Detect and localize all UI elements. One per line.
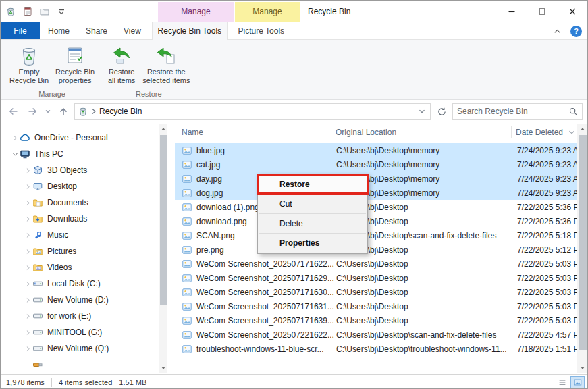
maximize-button[interactable] xyxy=(527,1,557,22)
file-row-wecom-screenshot-202507171629[interactable]: WeCom Screenshot_202507171629...C:\Users… xyxy=(175,271,577,285)
list-scrollbar[interactable] xyxy=(577,124,587,373)
chevron-right-icon[interactable] xyxy=(23,214,32,224)
titlebar: Manage Manage Recycle Bin xyxy=(1,1,587,22)
image-file-icon xyxy=(182,216,192,227)
empty-recycle-bin-button[interactable]: EmptyRecycle Bin xyxy=(6,42,52,86)
chevron-right-icon[interactable] xyxy=(23,247,32,256)
chevron-right-icon[interactable] xyxy=(23,279,32,288)
chevron-right-icon[interactable] xyxy=(23,230,32,240)
nav-scrollbar-thumb[interactable] xyxy=(160,135,167,305)
sidebar-item-videos[interactable]: Videos xyxy=(1,259,169,276)
image-file-icon xyxy=(182,301,192,312)
file-row-wecom-screenshot-202507171639[interactable]: WeCom Screenshot_202507171639...C:\Users… xyxy=(175,313,577,328)
context-menu-item-properties[interactable]: Properties xyxy=(258,234,367,252)
sidebar-item-pictures[interactable]: Pictures xyxy=(1,243,169,259)
chevron-right-icon[interactable] xyxy=(10,133,20,142)
nav-scroll-down-arrow[interactable] xyxy=(159,363,167,373)
context-menu-item-delete[interactable]: Delete xyxy=(258,215,367,232)
recent-locations-button[interactable] xyxy=(43,103,53,120)
chevron-right-icon[interactable] xyxy=(23,328,32,337)
sidebar-item-3d-objects[interactable]: 3D Objects xyxy=(1,162,169,178)
thumbnails-view-button[interactable] xyxy=(570,376,585,389)
properties-quick-button-icon[interactable] xyxy=(22,6,33,17)
refresh-button[interactable] xyxy=(433,103,450,120)
tab-view[interactable]: View xyxy=(115,22,149,39)
file-row-download-1-png[interactable]: download (1).pngC:\Users\bj\Desktop7/22/… xyxy=(175,200,577,214)
sidebar-item-local-disk-c[interactable]: Local Disk (C:) xyxy=(1,276,169,292)
file-row-wecom-screenshot-202507171631[interactable]: WeCom Screenshot_202507171631...C:\Users… xyxy=(175,299,577,313)
search-box[interactable]: Search Recycle Bin xyxy=(452,103,583,120)
sidebar-item-label: Desktop xyxy=(47,182,77,191)
chevron-right-icon[interactable] xyxy=(23,295,32,305)
sidebar-item-for-work-e[interactable]: for work (E:) xyxy=(1,308,169,324)
sidebar-item-new-volume-q[interactable]: New Volume (Q:) xyxy=(1,340,169,357)
chevron-right-icon[interactable] xyxy=(23,263,32,272)
back-button[interactable] xyxy=(5,103,22,120)
context-menu-item-restore[interactable]: Restore xyxy=(258,176,367,193)
column-header-original-location[interactable]: Original Location xyxy=(336,126,512,138)
restore-all-items-button[interactable]: Restoreall items xyxy=(104,42,139,86)
items-count: 1,978 items xyxy=(6,378,45,386)
tab-home[interactable]: Home xyxy=(40,22,78,39)
list-scroll-down-arrow[interactable] xyxy=(577,363,587,373)
file-row-download-png[interactable]: download.pngC:\Users\bj\Desktop7/22/2025… xyxy=(175,214,577,228)
new-folder-quick-button-icon[interactable] xyxy=(39,6,50,17)
file-row-blue-jpg[interactable]: blue.jpgC:\Users\bj\Desktop\memory7/24/2… xyxy=(175,143,577,157)
file-row-wecom-screenshot-202507171630[interactable]: WeCom Screenshot_202507171630...C:\Users… xyxy=(175,285,577,299)
close-button[interactable] xyxy=(557,1,587,22)
image-file-icon xyxy=(182,315,192,326)
sidebar-item-music[interactable]: Music xyxy=(1,227,169,243)
context-menu-item-cut[interactable]: Cut xyxy=(258,195,367,213)
chevron-down-icon[interactable] xyxy=(10,149,20,159)
address-dropdown-icon[interactable] xyxy=(418,107,426,115)
forward-button[interactable] xyxy=(24,103,41,120)
sidebar-item-documents[interactable]: Documents xyxy=(1,194,169,211)
sidebar-item-downloads[interactable]: Downloads xyxy=(1,211,169,227)
details-view-button[interactable] xyxy=(555,376,569,389)
file-row-troubleshoot-windows-11-blue-scr[interactable]: troubleshoot-windows-11-blue-scr...C:\Us… xyxy=(175,342,577,356)
sidebar-item-minitool-g[interactable]: MINITOOL (G:) xyxy=(1,324,169,340)
image-file-icon xyxy=(182,202,192,213)
column-header-name[interactable]: Name xyxy=(182,126,331,138)
restore-the-selected-items-button[interactable]: Restore theselected items xyxy=(139,42,193,86)
up-button[interactable] xyxy=(55,103,72,120)
sidebar-item-onedrive-personal[interactable]: OneDrive - Personal xyxy=(1,130,169,146)
breadcrumb-chevron-icon[interactable] xyxy=(90,107,97,115)
file-original-location: C:\Users\bj\Desktop xyxy=(336,302,517,311)
chevron-right-icon[interactable] xyxy=(23,344,32,353)
file-row-scan-png[interactable]: SCAN.pngC:\Users\bj\Desktop\scan-and-fix… xyxy=(175,228,577,242)
minimize-button[interactable] xyxy=(496,1,527,22)
chevron-right-icon[interactable] xyxy=(23,198,32,207)
nav-scroll-up-arrow[interactable] xyxy=(159,124,167,134)
file-name-cell: troubleshoot-windows-11-blue-scr... xyxy=(182,344,336,355)
search-icon[interactable] xyxy=(568,107,578,116)
tab-share[interactable]: Share xyxy=(78,22,115,39)
list-scrollbar-thumb[interactable] xyxy=(579,135,587,350)
chevron-right-icon[interactable] xyxy=(23,165,32,175)
address-bar[interactable]: Recycle Bin xyxy=(74,103,431,120)
column-header-chevron-icon[interactable] xyxy=(568,128,576,136)
tab-file[interactable]: File xyxy=(1,22,40,39)
forward-arrow-icon xyxy=(26,105,38,118)
sidebar-item-desktop[interactable]: Desktop xyxy=(1,178,169,194)
sidebar-item-new-volume-d[interactable]: New Volume (D:) xyxy=(1,292,169,308)
sidebar-item-partial[interactable] xyxy=(1,357,169,373)
file-row-dog-jpg[interactable]: dog.jpgC:\Users\bj\Desktop\memory7/24/20… xyxy=(175,186,577,200)
list-scroll-up-arrow[interactable] xyxy=(577,124,587,134)
file-row-wecom-screenshot-202507221622[interactable]: WeCom Screenshot_202507221622...C:\Users… xyxy=(175,328,577,342)
file-row-cat-jpg[interactable]: cat.jpgC:\Users\bj\Desktop\memory7/24/20… xyxy=(175,157,577,172)
collapse-ribbon-icon[interactable] xyxy=(552,26,562,36)
tab-picture-tools[interactable]: Picture Tools xyxy=(229,22,294,39)
file-row-wecom-screenshot-202507171622[interactable]: WeCom Screenshot_202507171622...C:\Users… xyxy=(175,257,577,271)
file-row-day-jpg[interactable]: day.jpgC:\Users\bj\Desktop\memory7/24/20… xyxy=(175,172,577,186)
file-row-pre-png[interactable]: pre.pngC:\Users\bj\Desktop7/22/2025 5:12… xyxy=(175,242,577,257)
chevron-right-icon[interactable] xyxy=(23,311,32,321)
tab-recycle-bin-tools[interactable]: Recycle Bin Tools xyxy=(152,22,228,40)
chevron-right-icon[interactable] xyxy=(23,182,32,191)
address-location[interactable]: Recycle Bin xyxy=(99,107,416,116)
sidebar-item-this-pc[interactable]: This PC xyxy=(1,146,169,162)
customize-quick-access-icon[interactable] xyxy=(56,6,67,17)
nav-scrollbar[interactable] xyxy=(159,124,167,373)
recycle-bin-properties-button[interactable]: Recycle Binproperties xyxy=(52,42,98,86)
help-button[interactable]: ? xyxy=(570,26,582,37)
